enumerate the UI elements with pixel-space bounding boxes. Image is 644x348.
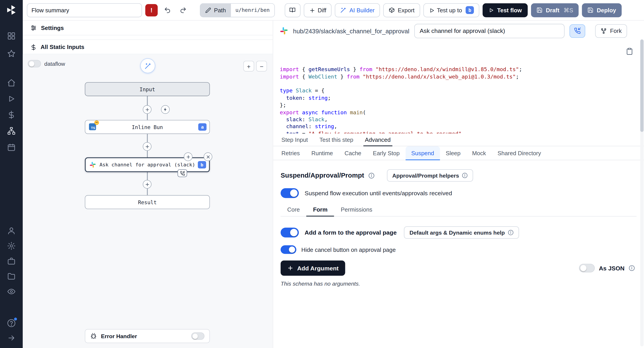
static-inputs-row[interactable]: All Static Inputs (23, 39, 273, 54)
tab-retries[interactable]: Retries (276, 146, 306, 160)
default-args-help-button[interactable]: Default args & Dynamic enums help (404, 226, 519, 239)
insert-step-button[interactable] (143, 180, 152, 189)
info-icon[interactable] (629, 265, 635, 271)
as-json-label: As JSON (599, 265, 624, 271)
empty-schema-text: This schema has no arguments. (281, 281, 636, 287)
error-handler-row[interactable]: Error Handler (85, 329, 210, 343)
flow-settings-row[interactable]: Settings (23, 20, 273, 35)
nav-flows-sitemap-icon[interactable] (7, 126, 16, 135)
wand-icon (340, 7, 346, 13)
undo-button[interactable] (161, 4, 174, 16)
nav-runs-play-icon[interactable] (7, 94, 16, 103)
nav-schedules-calendar-icon[interactable] (7, 143, 16, 152)
draft-shortcut: ⌘S (564, 7, 573, 13)
subtab-form[interactable]: Form (306, 203, 334, 216)
export-button[interactable]: Export (383, 3, 420, 17)
nav-workers-briefcase-icon[interactable] (7, 257, 16, 266)
nav-audit-eye-icon[interactable] (7, 287, 16, 296)
plus-icon (309, 7, 315, 13)
plus-icon (287, 265, 294, 271)
dataflow-toggle[interactable] (28, 60, 41, 67)
test-up-to-button[interactable]: Test up tob (423, 3, 480, 17)
fork-button[interactable]: Fork (595, 24, 627, 38)
step-detail-panel: hub/2439/slack/ask_channel_for_approval … (273, 20, 644, 348)
diff-button[interactable]: Diff (304, 3, 332, 17)
node-delete-button[interactable] (204, 152, 212, 161)
play-icon (488, 8, 494, 13)
test-flow-button[interactable]: Test flow (483, 3, 528, 17)
add-branch-bolt-button[interactable] (161, 105, 170, 114)
nav-user-icon[interactable] (7, 226, 16, 235)
tab-suspend[interactable]: Suspend (406, 146, 440, 160)
docs-button[interactable] (285, 3, 300, 17)
error-handler-toggle[interactable] (191, 332, 204, 340)
path-editor-button[interactable]: Path u/henri/ben (200, 3, 274, 17)
error-indicator-button[interactable]: ! (145, 4, 158, 16)
slack-icon (90, 162, 96, 168)
node-result[interactable]: Result (85, 195, 210, 209)
add-form-toggle[interactable] (281, 228, 299, 238)
info-icon[interactable] (368, 172, 374, 179)
windmill-logo-icon[interactable] (6, 4, 17, 16)
tab-cache[interactable]: Cache (339, 146, 367, 160)
path-value: u/henri/ben (231, 4, 274, 17)
subtab-permissions[interactable]: Permissions (334, 203, 379, 216)
suspend-phone-button[interactable] (570, 24, 585, 38)
suspend-heading: Suspend/Approval/Prompt (281, 172, 364, 179)
tab-early-stop[interactable]: Early Stop (367, 146, 406, 160)
ai-builder-button[interactable]: AI Builder (335, 3, 380, 17)
zoom-out-button[interactable]: − (256, 61, 267, 72)
nav-settings-gear-icon[interactable] (7, 242, 16, 250)
tab-step-input[interactable]: Step Input (276, 134, 314, 146)
draft-button[interactable]: Draft⌘S (531, 3, 578, 17)
info-icon (462, 173, 468, 178)
deploy-button[interactable]: Deploy (582, 3, 622, 17)
tab-mock[interactable]: Mock (466, 146, 492, 160)
wand-icon (144, 62, 151, 69)
tab-shared-directory[interactable]: Shared Directory (492, 146, 547, 160)
dataflow-label: dataflow (44, 60, 65, 67)
book-icon (289, 7, 296, 13)
info-icon (508, 230, 514, 236)
scrollbar-thumb[interactable] (640, 39, 644, 132)
copy-code-button[interactable] (626, 48, 633, 55)
suspend-execution-toggle[interactable] (281, 188, 299, 198)
insert-step-button[interactable] (143, 105, 152, 114)
step-name-input[interactable] (414, 24, 564, 38)
left-nav-rail (0, 0, 23, 348)
nav-home-icon[interactable] (7, 78, 16, 87)
suspend-indicator-badge (178, 169, 187, 177)
approval-helpers-button[interactable]: Approval/Prompt helpers (387, 169, 473, 182)
zoom-in-button[interactable]: + (243, 61, 254, 72)
hide-cancel-toggle[interactable] (281, 245, 296, 254)
node-input[interactable]: Input (85, 82, 210, 96)
insert-step-button[interactable] (143, 142, 152, 151)
tab-sleep[interactable]: Sleep (440, 146, 466, 160)
ai-flow-assistant-button[interactable] (140, 58, 155, 73)
nav-folders-icon[interactable] (7, 272, 16, 281)
subtab-core[interactable]: Core (281, 203, 306, 216)
tab-test-this-step[interactable]: Test this step (314, 134, 359, 146)
play-icon (429, 8, 434, 13)
tab-runtime[interactable]: Runtime (306, 146, 339, 160)
node-add-button[interactable] (184, 152, 192, 161)
nav-variables-dollar-icon[interactable] (7, 110, 16, 119)
nav-star-icon[interactable] (7, 49, 16, 58)
phone-incoming-icon (574, 28, 581, 34)
code-editor[interactable]: import { getResumeUrls } from "https://d… (273, 41, 644, 134)
nav-help-circle-icon[interactable] (7, 319, 16, 328)
node-inline-bun[interactable]: TS Inline Bun a (85, 120, 210, 134)
tab-advanced[interactable]: Advanced (359, 134, 396, 146)
add-argument-button[interactable]: Add Argument (281, 260, 345, 276)
scrollbar-track[interactable] (640, 39, 644, 346)
add-form-label: Add a form to the approval page (304, 229, 397, 236)
flow-summary-input[interactable] (27, 3, 142, 17)
pencil-icon (205, 7, 211, 13)
slack-icon (280, 26, 288, 35)
flow-graph[interactable]: dataflow + − Input TS (23, 54, 273, 348)
as-json-toggle[interactable] (579, 264, 594, 272)
nav-apps-grid-icon[interactable] (7, 32, 16, 40)
redo-button[interactable] (177, 4, 189, 16)
nav-collapse-arrow-icon[interactable] (7, 334, 16, 342)
emoji-sticker (94, 120, 99, 125)
